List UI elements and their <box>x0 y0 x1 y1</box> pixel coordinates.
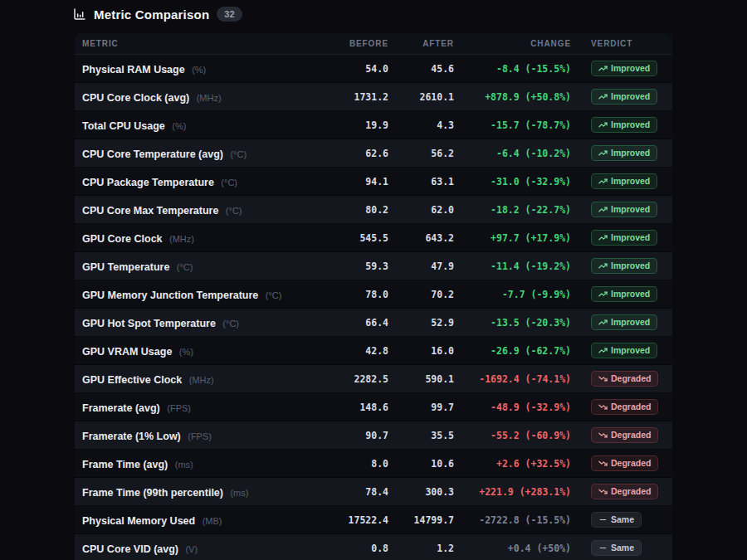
change-value: -8.4 (-15.5%) <box>454 63 571 75</box>
change-value: -11.4 (-19.2%) <box>454 261 571 272</box>
before-value: 80.2 <box>315 204 388 216</box>
metric-name: CPU Core Temperature (avg) <box>82 149 223 160</box>
before-value: 148.6 <box>315 402 388 413</box>
metric-cell: Framerate (avg) (FPS) <box>75 400 315 415</box>
metric-name: CPU Core Clock (avg) <box>82 92 189 104</box>
verdict-badge-improved[interactable]: Improved <box>591 61 657 76</box>
table-body: Physical RAM Usage (%) 54.0 45.6 -8.4 (-… <box>75 55 672 560</box>
verdict-badge-improved[interactable]: Improved <box>591 258 657 274</box>
column-header-metric[interactable]: Metric <box>75 39 315 48</box>
metric-unit: (°C) <box>221 178 237 187</box>
metric-cell: Frame Time (99th percentile) (ms) <box>75 485 315 499</box>
verdict-badge-improved[interactable]: Improved <box>591 314 657 330</box>
metric-name: Total CPU Usage <box>82 120 165 132</box>
verdict-badge-improved[interactable]: Improved <box>591 173 657 189</box>
table-row[interactable]: Frame Time (avg) (ms) 8.0 10.6 +2.6 (+32… <box>75 450 672 478</box>
table-row[interactable]: GPU Temperature (°C) 59.3 47.9 -11.4 (-1… <box>75 252 672 280</box>
verdict-label: Improved <box>611 92 650 101</box>
trending-up-icon <box>598 233 608 242</box>
verdict-badge-improved[interactable]: Improved <box>591 343 657 358</box>
verdict-badge-degraded[interactable]: Degraded <box>591 484 658 499</box>
verdict-cell: Improved <box>571 286 672 302</box>
verdict-label: Degraded <box>611 374 651 383</box>
before-value: 90.7 <box>315 430 388 441</box>
verdict-badge-degraded[interactable]: Degraded <box>591 399 658 415</box>
row-count-badge: 32 <box>217 7 242 22</box>
metric-name: Framerate (avg) <box>82 402 160 414</box>
before-value: 94.1 <box>315 176 388 187</box>
verdict-label: Degraded <box>611 459 651 468</box>
metric-unit: (°C) <box>266 290 282 300</box>
table-row[interactable]: GPU Core Clock (MHz) 545.5 643.2 +97.7 (… <box>75 224 672 252</box>
verdict-cell: Degraded <box>571 484 672 499</box>
table-row[interactable]: GPU Hot Spot Temperature (°C) 66.4 52.9 … <box>75 309 672 337</box>
change-value: -26.9 (-62.7%) <box>454 345 571 357</box>
change-value: -2722.8 (-15.5%) <box>454 514 571 526</box>
verdict-label: Improved <box>611 205 650 214</box>
table-row[interactable]: GPU Memory Junction Temperature (°C) 78.… <box>75 280 672 309</box>
verdict-cell: Degraded <box>571 371 672 387</box>
change-value: +0.4 (+50%) <box>454 543 571 554</box>
verdict-cell: Improved <box>571 89 672 105</box>
after-value: 70.2 <box>388 289 454 300</box>
after-value: 45.6 <box>388 63 454 75</box>
verdict-cell: Improved <box>571 117 672 133</box>
verdict-badge-degraded[interactable]: Degraded <box>591 371 658 387</box>
table-row[interactable]: CPU Package Temperature (°C) 94.1 63.1 -… <box>75 168 672 196</box>
metric-cell: CPU Core Temperature (avg) (°C) <box>75 146 315 161</box>
verdict-badge-same[interactable]: Same <box>591 512 642 528</box>
verdict-badge-degraded[interactable]: Degraded <box>591 455 658 471</box>
metric-unit: (%) <box>172 121 186 131</box>
verdict-badge-improved[interactable]: Improved <box>591 286 657 302</box>
table-row[interactable]: Physical RAM Usage (%) 54.0 45.6 -8.4 (-… <box>75 55 672 83</box>
trending-up-icon <box>598 205 608 214</box>
metric-cell: CPU Package Temperature (°C) <box>75 174 315 189</box>
table-row[interactable]: GPU VRAM Usage (%) 42.8 16.0 -26.9 (-62.… <box>75 337 672 365</box>
metric-cell: CPU Core Clock (avg) (MHz) <box>75 90 315 105</box>
column-header-change[interactable]: Change <box>454 39 571 48</box>
table-row[interactable]: Framerate (avg) (FPS) 148.6 99.7 -48.9 (… <box>75 393 672 421</box>
verdict-badge-degraded[interactable]: Degraded <box>591 427 658 443</box>
table-row[interactable]: Total CPU Usage (%) 19.9 4.3 -15.7 (-78.… <box>75 111 672 139</box>
table-row[interactable]: Frame Time (99th percentile) (ms) 78.4 3… <box>75 478 672 506</box>
before-value: 66.4 <box>315 317 388 329</box>
table-row[interactable]: CPU Core Max Temperature (°C) 80.2 62.0 … <box>75 196 672 224</box>
metric-cell: GPU Memory Junction Temperature (°C) <box>75 287 315 302</box>
verdict-label: Improved <box>611 346 650 355</box>
change-value: -55.2 (-60.9%) <box>454 430 571 441</box>
verdict-badge-improved[interactable]: Improved <box>591 89 657 105</box>
change-value: -1692.4 (-74.1%) <box>454 373 571 385</box>
table-row[interactable]: Framerate (1% Low) (FPS) 90.7 35.5 -55.2… <box>75 421 672 450</box>
table-row[interactable]: CPU Core Clock (avg) (MHz) 1731.2 2610.1… <box>75 83 672 111</box>
trending-up-icon <box>598 177 608 186</box>
metric-cell: GPU Hot Spot Temperature (°C) <box>75 315 315 330</box>
verdict-badge-improved[interactable]: Improved <box>591 202 657 217</box>
metric-unit: (MB) <box>203 516 222 526</box>
column-header-after[interactable]: After <box>388 39 454 48</box>
before-value: 62.6 <box>315 148 388 159</box>
verdict-label: Degraded <box>611 402 651 411</box>
verdict-badge-improved[interactable]: Improved <box>591 230 657 246</box>
trending-up-icon <box>598 92 608 101</box>
table-row[interactable]: CPU Core Temperature (avg) (°C) 62.6 56.… <box>75 139 672 168</box>
metric-name: Physical Memory Used <box>82 515 195 527</box>
table-row[interactable]: CPU Core VID (avg) (V) 0.8 1.2 +0.4 (+50… <box>75 534 672 560</box>
table-row[interactable]: GPU Effective Clock (MHz) 2282.5 590.1 -… <box>75 365 672 393</box>
metric-unit: (ms) <box>175 460 193 470</box>
verdict-cell: Degraded <box>571 427 672 443</box>
before-value: 19.9 <box>315 119 388 131</box>
verdict-badge-improved[interactable]: Improved <box>591 117 657 133</box>
column-header-verdict[interactable]: Verdict <box>571 39 672 48</box>
metric-name: CPU Package Temperature <box>82 177 214 188</box>
column-header-before[interactable]: Before <box>315 39 388 48</box>
before-value: 1731.2 <box>315 91 388 103</box>
table-row[interactable]: Physical Memory Used (MB) 17522.4 14799.… <box>75 506 672 534</box>
metric-cell: CPU Core Max Temperature (°C) <box>75 202 315 217</box>
after-value: 14799.7 <box>388 514 454 526</box>
after-value: 16.0 <box>388 345 454 357</box>
verdict-badge-improved[interactable]: Improved <box>591 145 657 161</box>
metric-name: GPU Core Clock <box>82 233 163 245</box>
change-value: -15.7 (-78.7%) <box>454 119 571 131</box>
change-value: -31.0 (-32.9%) <box>454 176 571 187</box>
verdict-badge-same[interactable]: Same <box>591 540 642 556</box>
